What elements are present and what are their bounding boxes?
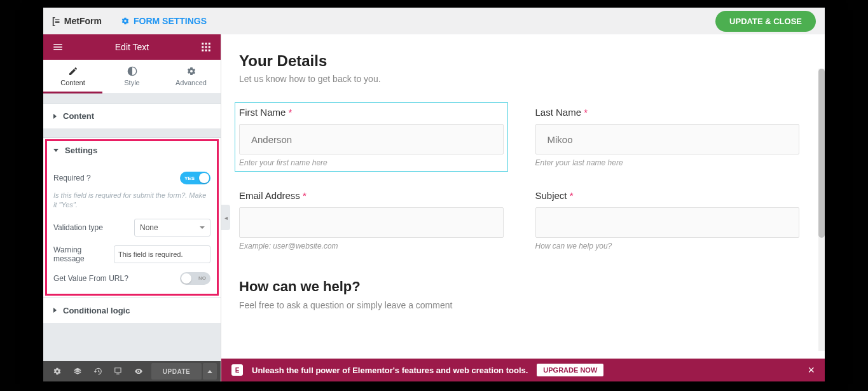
email-input[interactable] <box>239 207 504 238</box>
validation-value: None <box>140 223 158 232</box>
panel-header: Edit Text <box>43 34 221 60</box>
form-subtitle: Let us know how to get back to you. <box>239 74 799 84</box>
field-email[interactable]: Email Address * Example: user@website.co… <box>239 190 504 250</box>
toggle-knob <box>181 273 191 284</box>
subject-input[interactable] <box>535 207 800 238</box>
validation-select[interactable]: None <box>134 219 210 237</box>
svg-rect-3 <box>202 46 203 48</box>
body: Edit Text Content Style Advanced <box>43 34 825 381</box>
field-subject[interactable]: Subject * How can we help you? <box>535 190 800 250</box>
svg-rect-6 <box>202 50 203 51</box>
section-content-header[interactable]: Content <box>43 104 221 128</box>
toggle-off-text: NO <box>198 275 206 281</box>
promo-close-icon[interactable]: × <box>808 364 815 377</box>
first-name-hint: Enter your first name here <box>239 158 504 167</box>
field-last-name[interactable]: Last Name * Enter your last name here <box>535 107 800 167</box>
panel-title: Edit Text <box>115 42 149 52</box>
upgrade-now-button[interactable]: UPGRADE NOW <box>537 364 603 376</box>
field-first-name[interactable]: First Name * Enter your first name here <box>237 104 506 170</box>
tab-style-label: Style <box>124 79 139 86</box>
tab-advanced-label: Advanced <box>176 79 207 86</box>
email-hint: Example: user@website.com <box>239 242 504 250</box>
top-bar: [≡ MetForm FORM SETTINGS UPDATE & CLOSE <box>43 8 825 34</box>
svg-rect-2 <box>209 43 210 45</box>
caret-down-icon <box>53 149 59 152</box>
pencil-icon <box>68 66 78 76</box>
geturl-toggle[interactable]: NO <box>180 272 210 285</box>
preview-scrollbar[interactable] <box>818 69 825 351</box>
tab-content-label: Content <box>60 79 85 86</box>
svg-rect-1 <box>205 43 207 45</box>
widgets-grid-icon[interactable] <box>200 41 212 53</box>
svg-rect-4 <box>205 46 207 48</box>
section-settings: Settings Required ? YES Is this field is… <box>43 137 221 298</box>
required-description: Is this field is required for submit the… <box>53 191 210 210</box>
promo-bar: E Unleash the full power of Elementor's … <box>221 359 825 381</box>
control-required: Required ? YES <box>53 172 210 184</box>
last-name-input[interactable] <box>535 124 800 154</box>
brand: [≡ MetForm <box>52 16 102 26</box>
help-section-subtitle: Feel free to ask a question or simply le… <box>239 300 799 318</box>
section-settings-header[interactable]: Settings <box>43 138 221 163</box>
section-content: Content <box>43 103 221 128</box>
caret-right-icon <box>53 308 57 313</box>
email-label: Email Address * <box>239 190 504 201</box>
scrollbar-thumb[interactable] <box>818 69 825 238</box>
caret-right-icon <box>53 114 57 119</box>
elementor-badge-icon: E <box>231 364 243 376</box>
footer-responsive-button[interactable] <box>108 361 128 381</box>
update-close-button[interactable]: UPDATE & CLOSE <box>715 11 816 32</box>
collapse-panel-handle[interactable]: ◂ <box>221 205 230 230</box>
warning-label: Warning message <box>53 245 107 263</box>
validation-label: Validation type <box>53 223 103 232</box>
section-settings-label: Settings <box>65 146 97 155</box>
help-section-title: How can we help? <box>239 278 799 295</box>
caret-up-icon <box>207 370 212 373</box>
first-name-input[interactable] <box>239 124 504 154</box>
required-label: Required ? <box>53 174 91 182</box>
geturl-label: Get Value From URL? <box>53 274 128 283</box>
form-settings-link[interactable]: FORM SETTINGS <box>121 16 207 26</box>
warning-input[interactable] <box>114 245 210 263</box>
footer-navigator-button[interactable] <box>67 361 88 381</box>
footer-preview-button[interactable] <box>128 361 149 381</box>
svg-rect-5 <box>209 46 210 48</box>
required-toggle[interactable]: YES <box>180 172 210 184</box>
section-conditional-header[interactable]: Conditional logic <box>43 298 221 323</box>
menu-icon[interactable] <box>52 41 64 53</box>
toggle-on-text: YES <box>184 175 195 181</box>
form-settings-label: FORM SETTINGS <box>134 16 207 26</box>
svg-rect-8 <box>209 50 210 51</box>
form-title: Your Details <box>239 52 799 70</box>
chevron-down-icon <box>200 226 205 229</box>
form-grid: First Name * Enter your first name here … <box>239 107 799 318</box>
footer-update-button[interactable]: UPDATE <box>151 363 202 380</box>
toggle-knob <box>199 173 209 183</box>
footer-settings-button[interactable] <box>47 361 67 381</box>
editor-panel: Edit Text Content Style Advanced <box>43 34 221 381</box>
modal-window: [≡ MetForm FORM SETTINGS UPDATE & CLOSE … <box>43 8 825 381</box>
svg-rect-0 <box>202 43 203 45</box>
brand-text: MetForm <box>64 16 102 26</box>
tab-content[interactable]: Content <box>43 60 102 93</box>
metform-logo-icon: [≡ <box>52 16 59 26</box>
section-conditional-label: Conditional logic <box>63 306 130 315</box>
footer-history-button[interactable] <box>88 361 108 381</box>
tab-advanced[interactable]: Advanced <box>162 60 221 93</box>
section-settings-body: Required ? YES Is this field is required… <box>43 163 221 298</box>
tab-style[interactable]: Style <box>102 60 162 93</box>
cog-icon <box>186 66 196 76</box>
section-content-label: Content <box>63 111 94 121</box>
contrast-icon <box>127 66 137 76</box>
footer-update-options-button[interactable] <box>203 363 217 380</box>
subject-label: Subject * <box>535 190 800 201</box>
gear-icon <box>121 17 130 25</box>
subject-hint: How can we help you? <box>535 242 800 250</box>
control-validation: Validation type None <box>53 219 210 237</box>
last-name-hint: Enter your last name here <box>535 158 800 167</box>
form-preview: Your Details Let us know how to get back… <box>221 34 825 359</box>
preview-column: Your Details Let us know how to get back… <box>221 34 825 381</box>
control-geturl: Get Value From URL? NO <box>53 272 210 285</box>
first-name-label: First Name * <box>239 107 504 118</box>
svg-rect-7 <box>205 50 207 51</box>
